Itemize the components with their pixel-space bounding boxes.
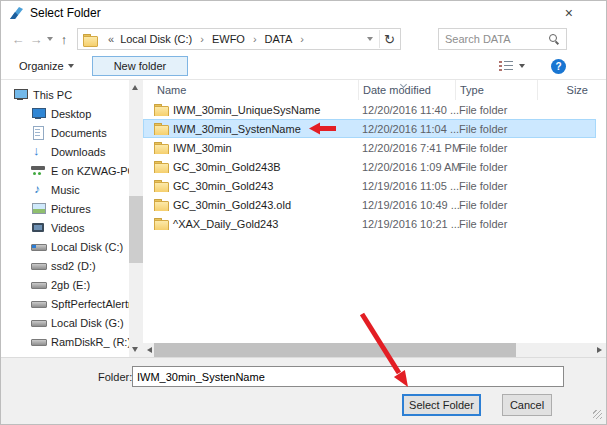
breadcrumb-separator: › <box>194 33 210 45</box>
download-icon <box>31 145 46 158</box>
column-header-type[interactable]: Type <box>455 80 537 100</box>
sidebar-item-documents[interactable]: Documents <box>1 123 129 142</box>
document-icon <box>31 126 46 139</box>
breadcrumb-separator: › <box>294 33 310 45</box>
address-bar[interactable]: « Local Disk (C:) › EWFO › DATA › ↻ <box>77 28 401 50</box>
search-icon <box>549 34 560 45</box>
sidebar-item-desktop[interactable]: Desktop <box>1 104 129 123</box>
file-row[interactable]: ^XAX_Daily_Gold243 12/19/2016 10:21 ... … <box>143 214 596 233</box>
disk-icon <box>31 335 46 348</box>
folder-icon <box>154 161 167 172</box>
folder-icon <box>154 180 167 191</box>
breadcrumb-separator: › <box>247 33 263 45</box>
breadcrumb-chevrons: « <box>108 33 114 45</box>
address-folder-icon <box>83 34 96 45</box>
disk-icon <box>31 240 46 253</box>
column-header-size[interactable]: Size <box>537 80 606 100</box>
file-row[interactable]: GC_30min_Gold243.old 12/19/2016 10:49 ..… <box>143 195 596 214</box>
scroll-right-icon[interactable] <box>597 347 602 353</box>
footer-panel: Folder: Select Folder Cancel <box>1 357 606 424</box>
search-input[interactable] <box>445 33 549 45</box>
row-pointer-arrow-icon <box>309 122 336 135</box>
search-box <box>438 28 567 50</box>
disk-icon <box>31 278 46 291</box>
title-bar: Select Folder × <box>1 1 606 25</box>
file-row[interactable]: IWM_30min 12/20/2016 7:41 PM File folder <box>143 138 596 157</box>
music-icon <box>31 183 46 196</box>
scroll-down-icon[interactable] <box>132 347 138 352</box>
sidebar-item-this-pc[interactable]: This PC <box>1 85 129 104</box>
video-icon <box>31 221 46 234</box>
refresh-icon[interactable]: ↻ <box>384 32 395 47</box>
sidebar-item-pictures[interactable]: Pictures <box>1 199 129 218</box>
disk-icon <box>31 316 46 329</box>
file-list: Name Date modified Type Size IWM_30min_U… <box>143 80 606 357</box>
app-icon <box>9 6 24 21</box>
sidebar-scrollbar[interactable] <box>129 80 143 357</box>
forward-icon[interactable]: → <box>27 32 45 47</box>
resize-grip[interactable] <box>593 410 602 419</box>
sidebar-item-ssd2-d[interactable]: ssd2 (D:) <box>1 256 129 275</box>
divider <box>379 30 380 48</box>
help-icon[interactable]: ? <box>551 59 566 74</box>
window-title: Select Folder <box>30 6 101 20</box>
picture-icon <box>31 202 46 215</box>
breadcrumb-data[interactable]: DATA <box>263 33 295 45</box>
breadcrumb-ewfo[interactable]: EWFO <box>210 33 247 45</box>
address-dropdown-icon[interactable] <box>367 37 373 44</box>
file-rows: IWM_30min_UniqueSysName 12/20/2016 11:40… <box>143 100 606 343</box>
view-dropdown-icon[interactable] <box>519 64 525 71</box>
sidebar-item-e-on-kzwag-pc[interactable]: E on KZWAG-PC <box>1 161 129 180</box>
sidebar-item-downloads[interactable]: Downloads <box>1 142 129 161</box>
select-folder-button[interactable]: Select Folder <box>402 394 481 416</box>
column-headers: Name Date modified Type Size <box>143 80 606 100</box>
scrollbar-thumb[interactable] <box>129 196 143 263</box>
folder-name-label: Folder: <box>98 371 132 383</box>
toolbar: Organize New folder ? <box>1 53 606 80</box>
disk-icon <box>31 297 46 310</box>
folder-icon <box>154 218 167 229</box>
sidebar-item-2gb-e[interactable]: 2gb (E:) <box>1 275 129 294</box>
file-row[interactable]: IWM_30min_UniqueSysName 12/20/2016 11:40… <box>143 100 596 119</box>
close-icon[interactable]: × <box>565 1 573 25</box>
column-header-date-modified[interactable]: Date modified <box>358 80 455 100</box>
select-folder-dialog: Select Folder × ← → ↑ « Local Disk (C:) … <box>0 0 607 425</box>
folder-icon <box>154 123 167 134</box>
sidebar-item-local-disk-c[interactable]: Local Disk (C:) <box>1 237 129 256</box>
network-drive-icon <box>31 164 46 177</box>
details-view-icon[interactable] <box>499 61 513 71</box>
up-icon[interactable]: ↑ <box>55 32 73 47</box>
sidebar-item-music[interactable]: Music <box>1 180 129 199</box>
sidebar-item-videos[interactable]: Videos <box>1 218 129 237</box>
monitor-icon <box>31 107 46 120</box>
navigation-bar: ← → ↑ « Local Disk (C:) › EWFO › DATA › … <box>1 25 606 53</box>
folder-icon <box>154 104 167 115</box>
sidebar-item-ramdiskr-r[interactable]: RamDiskR_ (R:) <box>1 332 129 351</box>
new-folder-button[interactable]: New folder <box>92 56 189 76</box>
navigation-pane: This PC Desktop Documents Downloads E on… <box>1 80 129 357</box>
horizontal-scrollbar[interactable] <box>143 343 606 357</box>
file-row[interactable]: GC_30min_Gold243B 12/20/2016 1:09 AM Fil… <box>143 157 596 176</box>
breadcrumb-local-disk-c[interactable]: Local Disk (C:) <box>118 33 194 45</box>
back-icon[interactable]: ← <box>9 32 27 47</box>
sidebar-item-spftperfectalertr[interactable]: SpftPerfectAlertr <box>1 294 129 313</box>
scroll-up-icon[interactable] <box>132 85 138 90</box>
scrollbar-thumb[interactable] <box>154 343 516 357</box>
organize-button[interactable]: Organize <box>15 57 80 75</box>
file-row[interactable]: GC_30min_Gold243 12/19/2016 11:05 ... Fi… <box>143 176 596 195</box>
column-header-name[interactable]: Name <box>143 84 358 96</box>
main-area: This PC Desktop Documents Downloads E on… <box>1 80 606 357</box>
folder-icon <box>154 199 167 210</box>
disk-icon <box>31 259 46 272</box>
recent-locations-icon[interactable] <box>47 37 53 44</box>
chevron-down-icon <box>68 64 74 71</box>
computer-icon <box>13 88 28 101</box>
folder-icon <box>154 142 167 153</box>
cancel-button[interactable]: Cancel <box>502 394 552 416</box>
folder-name-input[interactable] <box>132 366 564 387</box>
file-row-selected[interactable]: IWM_30min_SystenName 12/20/2016 11:04 ..… <box>143 119 596 138</box>
sidebar-item-local-disk-g[interactable]: Local Disk (G:) <box>1 313 129 332</box>
